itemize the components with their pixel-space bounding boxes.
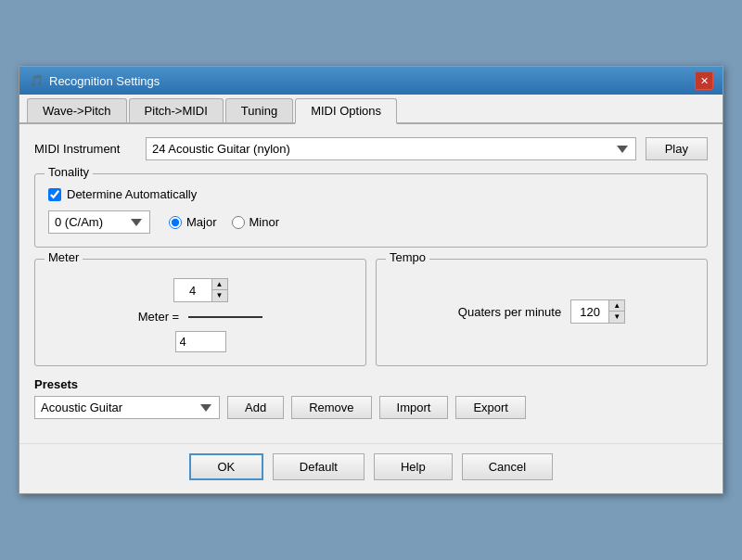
- tab-content: MIDI Instrument 24 Acoustic Guitar (nylo…: [19, 124, 723, 443]
- major-minor-group: Major Minor: [169, 215, 279, 229]
- meter-top-up-btn[interactable]: ▲: [212, 279, 227, 290]
- dialog-title: Recognition Settings: [49, 74, 160, 88]
- play-button[interactable]: Play: [646, 137, 708, 160]
- meter-top-input[interactable]: 4: [174, 282, 211, 299]
- add-preset-button[interactable]: Add: [227, 396, 284, 419]
- meter-top-spinner-btns: ▲ ▼: [211, 279, 227, 301]
- dialog-footer: OK Default Help Cancel: [19, 443, 723, 493]
- major-label: Major: [186, 215, 217, 229]
- midi-instrument-label: MIDI Instrument: [34, 142, 136, 156]
- ok-button[interactable]: OK: [189, 453, 263, 480]
- presets-row: Acoustic Guitar Electric Guitar Piano Vi…: [34, 396, 708, 419]
- default-button[interactable]: Default: [273, 453, 365, 480]
- instrument-select[interactable]: 24 Acoustic Guitar (nylon): [146, 137, 636, 160]
- meter-top-spinner: 4 ▲ ▼: [173, 278, 228, 302]
- meter-line: [188, 316, 262, 318]
- app-icon: 🎵: [29, 73, 44, 88]
- midi-instrument-row: MIDI Instrument 24 Acoustic Guitar (nylo…: [34, 137, 708, 160]
- tempo-content: Quaters per minute 120 ▲ ▼: [390, 269, 694, 336]
- minor-label: Minor: [249, 215, 280, 229]
- title-bar-left: 🎵 Recognition Settings: [29, 73, 160, 88]
- cancel-button[interactable]: Cancel: [462, 453, 553, 480]
- tonality-label: Tonality: [45, 165, 93, 179]
- meter-group: Meter 4 ▲ ▼ Meter =: [34, 259, 366, 366]
- major-radio-label[interactable]: Major: [169, 215, 217, 229]
- tab-midi-options[interactable]: MIDI Options: [295, 98, 397, 124]
- key-row: 0 (C/Am) 1 (G/Em) 2 (D/Bm) Major Minor: [48, 210, 694, 234]
- minor-radio-label[interactable]: Minor: [232, 215, 280, 229]
- presets-section: Presets Acoustic Guitar Electric Guitar …: [34, 377, 708, 419]
- tab-pitch-midi[interactable]: Pitch->MIDI: [129, 98, 224, 122]
- tab-tuning[interactable]: Tuning: [225, 98, 293, 122]
- tempo-input[interactable]: 120: [571, 303, 608, 321]
- meter-equals-label: Meter =: [138, 310, 179, 324]
- key-select[interactable]: 0 (C/Am) 1 (G/Em) 2 (D/Bm): [48, 210, 150, 234]
- tab-wave-pitch[interactable]: Wave->Pitch: [27, 98, 127, 122]
- minor-radio[interactable]: [232, 216, 245, 229]
- meter-divider: Meter =: [138, 310, 262, 324]
- tempo-group: Tempo Quaters per minute 120 ▲ ▼: [376, 259, 708, 366]
- presets-section-label: Presets: [34, 377, 708, 391]
- quarters-per-minute-label: Quaters per minute: [458, 305, 561, 319]
- tempo-spinner-btns: ▲ ▼: [608, 300, 624, 323]
- title-bar: 🎵 Recognition Settings ✕: [19, 67, 723, 95]
- tempo-up-btn[interactable]: ▲: [609, 300, 624, 312]
- tempo-label: Tempo: [386, 250, 429, 264]
- remove-preset-button[interactable]: Remove: [291, 396, 371, 419]
- tab-bar: Wave->Pitch Pitch->MIDI Tuning MIDI Opti…: [19, 95, 723, 124]
- determine-automatically-row: Determine Automatically: [48, 187, 694, 201]
- determine-automatically-checkbox[interactable]: [48, 188, 61, 201]
- meter-bottom-select[interactable]: 4 2 8 16: [175, 331, 226, 352]
- meter-tempo-row: Meter 4 ▲ ▼ Meter =: [34, 259, 708, 366]
- major-radio[interactable]: [169, 216, 182, 229]
- help-button[interactable]: Help: [374, 453, 453, 480]
- meter-label: Meter: [45, 250, 83, 264]
- recognition-settings-dialog: 🎵 Recognition Settings ✕ Wave->Pitch Pit…: [19, 66, 723, 494]
- close-button[interactable]: ✕: [695, 71, 713, 90]
- determine-automatically-label[interactable]: Determine Automatically: [67, 187, 197, 201]
- export-preset-button[interactable]: Export: [455, 396, 526, 419]
- meter-content: 4 ▲ ▼ Meter = 4 2 8: [48, 269, 352, 352]
- tempo-down-btn[interactable]: ▼: [609, 312, 624, 323]
- tonality-group: Tonality Determine Automatically 0 (C/Am…: [34, 173, 708, 248]
- presets-select[interactable]: Acoustic Guitar Electric Guitar Piano Vi…: [34, 396, 220, 419]
- meter-bottom-row: 4 2 8 16: [175, 331, 226, 352]
- tempo-spinner: 120 ▲ ▼: [570, 299, 625, 324]
- meter-top-down-btn[interactable]: ▼: [212, 290, 227, 301]
- import-preset-button[interactable]: Import: [379, 396, 449, 419]
